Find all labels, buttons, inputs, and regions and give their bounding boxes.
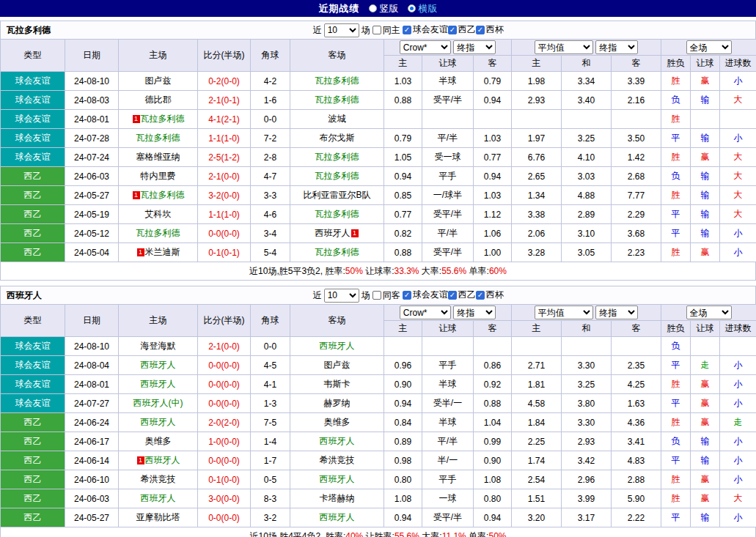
team-name-link[interactable]: 西班牙人 bbox=[320, 512, 355, 522]
corners-cell: 3-4 bbox=[251, 224, 290, 243]
away-odds-cell: 1.00 bbox=[474, 243, 512, 262]
team-name-link[interactable]: 瓦拉多利德 bbox=[315, 171, 359, 181]
team-name-link[interactable]: 瓦拉多利德 bbox=[315, 209, 359, 219]
team-name-link[interactable]: 西班牙人(中) bbox=[133, 398, 183, 408]
avg-draw-odds-cell: 3.30 bbox=[562, 413, 612, 432]
team-name-link[interactable]: 图卢兹 bbox=[145, 75, 172, 86]
team-name-link[interactable]: 瓦拉多利德 bbox=[136, 133, 180, 143]
fulltime-select[interactable]: 全场 bbox=[686, 305, 732, 319]
league-type-cell: 西乙 bbox=[1, 167, 65, 186]
team-name-link[interactable]: 海登海默 bbox=[141, 341, 176, 351]
handicap-result-cell: 赢 bbox=[691, 413, 720, 432]
avg-draw-odds-cell: 3.40 bbox=[562, 91, 612, 110]
team-name-link[interactable]: 瓦拉多利德 bbox=[141, 190, 185, 200]
team-name-link[interactable]: 西班牙人 bbox=[141, 360, 176, 370]
team-name-link[interactable]: 希洪竞技 bbox=[141, 474, 176, 484]
date-cell: 24-08-03 bbox=[65, 91, 119, 110]
team-name-link[interactable]: 希洪竞技 bbox=[320, 455, 355, 465]
final-odds-select[interactable]: 终指 bbox=[453, 305, 496, 319]
team-name-link[interactable]: 韦斯卡 bbox=[324, 379, 351, 389]
team-name-link[interactable]: 图卢兹 bbox=[324, 360, 351, 370]
goals-result-cell: 小 bbox=[720, 129, 756, 148]
league-filter[interactable]: 西杯 bbox=[476, 289, 504, 301]
score-cell: 0-1(0-0) bbox=[198, 470, 251, 489]
match-count-select[interactable]: 10 bbox=[324, 23, 359, 37]
match-row: 西乙24-05-27亚摩勒比塔0-0(0-0)3-2西班牙人0.94受平/半0.… bbox=[1, 508, 756, 527]
checkbox-icon bbox=[403, 26, 411, 34]
avg-draw-odds-cell: 2.93 bbox=[562, 432, 612, 451]
team-name-link[interactable]: 瓦拉多利德 bbox=[315, 152, 359, 162]
team-name-link[interactable]: 比利亚雷亚尔B队 bbox=[303, 190, 370, 200]
date-cell: 24-08-10 bbox=[65, 337, 119, 356]
league-filter[interactable]: 球会友谊 bbox=[403, 289, 448, 301]
team-name-link[interactable]: 德比郡 bbox=[145, 95, 172, 105]
bookmaker-select[interactable]: Crow* bbox=[400, 40, 451, 54]
team-name-link[interactable]: 米兰迪斯 bbox=[145, 247, 180, 257]
team-name-link[interactable]: 西班牙人 bbox=[145, 455, 180, 465]
team-name-link[interactable]: 卡塔赫纳 bbox=[320, 493, 355, 503]
team-name-link[interactable]: 西班牙人 bbox=[320, 341, 355, 351]
team-name-link[interactable]: 赫罗纳 bbox=[324, 398, 351, 408]
fulltime-select[interactable]: 全场 bbox=[686, 40, 732, 54]
handicap-result-cell: 输 bbox=[691, 451, 720, 470]
avg-draw-odds-cell: 3.25 bbox=[562, 375, 612, 394]
league-filter[interactable]: 西乙 bbox=[448, 23, 476, 36]
team-name-link[interactable]: 西班牙人 bbox=[141, 379, 176, 389]
team-name-link[interactable]: 瓦拉多利德 bbox=[136, 228, 180, 238]
league-type-cell: 西乙 bbox=[1, 243, 65, 262]
avg-draw-odds-cell: 3.25 bbox=[562, 129, 612, 148]
team-name-link[interactable]: 波城 bbox=[329, 114, 346, 124]
rank-badge: 1 bbox=[137, 456, 144, 464]
corners-cell: 8-3 bbox=[251, 489, 290, 508]
same-away-checkbox[interactable]: 同客 bbox=[373, 289, 400, 302]
team-cell: 瓦拉多利德 bbox=[119, 224, 198, 243]
average-select[interactable]: 平均值 bbox=[535, 305, 593, 319]
avg-home-odds-cell: 2.65 bbox=[512, 167, 562, 186]
average-select[interactable]: 平均值 bbox=[535, 40, 593, 54]
rank-badge: 1 bbox=[133, 191, 140, 199]
team-name-link[interactable]: 西班牙人 bbox=[320, 474, 355, 484]
summary-text: 11.1% bbox=[442, 531, 466, 537]
team-name-link[interactable]: 西班牙人 bbox=[320, 436, 355, 446]
team-name-link[interactable]: 艾科坎 bbox=[145, 209, 172, 219]
layout-radio-vertical[interactable]: 竖版 bbox=[369, 2, 399, 15]
team-name-link[interactable]: 瓦拉多利德 bbox=[315, 247, 359, 257]
league-filter[interactable]: 西杯 bbox=[476, 23, 504, 36]
same-home-checkbox[interactable]: 同主 bbox=[373, 24, 400, 37]
team-name-link[interactable]: 奥维多 bbox=[324, 417, 351, 427]
team-name-link[interactable]: 瓦拉多利德 bbox=[141, 114, 185, 124]
team-name-link[interactable]: 塞格维亚纳 bbox=[136, 152, 180, 162]
final-odds-select-2[interactable]: 终指 bbox=[595, 40, 638, 54]
subcol-goals: 进球数 bbox=[720, 56, 756, 72]
col-away: 客场 bbox=[290, 305, 384, 337]
league-filters: 球会友谊西乙西杯 bbox=[403, 289, 504, 302]
league-filter[interactable]: 西乙 bbox=[448, 289, 476, 301]
league-filter[interactable]: 球会友谊 bbox=[403, 23, 448, 36]
average-header: 平均值 终指 bbox=[512, 305, 661, 321]
team-name-link[interactable]: 瓦拉多利德 bbox=[315, 75, 359, 86]
handicap-result-cell: 输 bbox=[691, 186, 720, 205]
team-name-link[interactable]: 亚摩勒比塔 bbox=[136, 512, 180, 522]
match-row: 西乙24-06-17奥维多1-0(0-0)1-4西班牙人0.89平/半0.992… bbox=[1, 432, 756, 451]
outcome-cell: 平 bbox=[661, 451, 691, 470]
team-name-link[interactable]: 布尔戈斯 bbox=[320, 133, 355, 143]
team-name-link[interactable]: 奥维多 bbox=[145, 436, 172, 446]
avg-away-odds-cell bbox=[612, 110, 661, 129]
team-name-link[interactable]: 特内里费 bbox=[141, 171, 176, 181]
team-name-link[interactable]: 西班牙人 bbox=[315, 228, 351, 238]
handicap-cell: 受平/半 bbox=[422, 205, 474, 224]
score-cell: 2-1(0-0) bbox=[198, 337, 251, 356]
bookmaker-select[interactable]: Crow* bbox=[400, 305, 451, 319]
goals-result-cell: 小 bbox=[720, 451, 756, 470]
match-count-select[interactable]: 10 bbox=[324, 289, 359, 303]
layout-radio-horizontal[interactable]: 横版 bbox=[408, 2, 438, 15]
avg-away-odds-cell: 3.50 bbox=[612, 129, 661, 148]
team-name-link[interactable]: 西班牙人 bbox=[141, 493, 176, 503]
final-odds-select[interactable]: 终指 bbox=[453, 40, 496, 54]
date-cell: 24-05-27 bbox=[65, 186, 119, 205]
final-odds-select-2[interactable]: 终指 bbox=[595, 305, 638, 319]
avg-away-odds-cell: 2.68 bbox=[612, 167, 661, 186]
summary-text: 40% bbox=[345, 531, 363, 537]
team-name-link[interactable]: 瓦拉多利德 bbox=[315, 95, 359, 105]
team-name-link[interactable]: 西班牙人 bbox=[141, 417, 176, 427]
